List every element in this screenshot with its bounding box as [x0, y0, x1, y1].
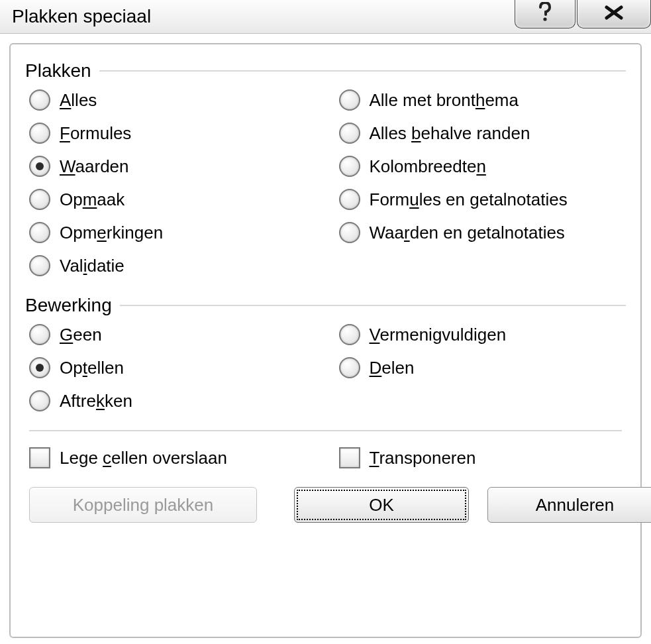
group-header-plakken: Plakken: [25, 60, 626, 81]
help-icon: [537, 2, 553, 23]
radio-validatie[interactable]: Validatie: [29, 255, 313, 276]
radio-form_getal[interactable]: Formules en getalnotaties: [339, 189, 623, 210]
radio-label-behalve: Alles behalve randen: [370, 123, 530, 144]
group-rule: [99, 70, 626, 72]
radio-label-validatie: Validatie: [60, 256, 125, 276]
checkbox-row: Lege cellen overslaan Transponeren: [29, 447, 622, 468]
paste-link-button: Koppeling plakken: [29, 487, 257, 523]
radio-icon: [339, 156, 360, 177]
titlebar: Plakken speciaal: [0, 0, 651, 34]
check-skip-blanks-label: Lege cellen overslaan: [60, 448, 227, 468]
radio-label-opmerkingen: Opmerkingen: [60, 223, 163, 243]
checkbox-icon: [29, 447, 50, 468]
cancel-button[interactable]: Annuleren: [487, 487, 651, 523]
radio-behalve[interactable]: Alles behalve randen: [339, 123, 623, 144]
radio-label-form_getal: Formules en getalnotaties: [370, 189, 568, 210]
radio-bronthema[interactable]: Alle met bronthema: [339, 89, 623, 111]
checkbox-icon: [339, 447, 360, 468]
radio-icon: [29, 390, 50, 411]
radio-label-optellen: Optellen: [60, 358, 124, 378]
radio-waard_getal[interactable]: Waarden en getalnotaties: [339, 222, 623, 243]
radio-icon: [29, 222, 50, 243]
ok-button[interactable]: OK: [294, 487, 469, 523]
radio-vermenigvuldigen[interactable]: Vermenigvuldigen: [339, 324, 623, 345]
radio-optellen[interactable]: Optellen: [29, 357, 313, 378]
group-header-bewerking: Bewerking: [25, 295, 626, 316]
radio-label-delen: Delen: [370, 358, 415, 378]
check-skip-blanks[interactable]: Lege cellen overslaan: [29, 447, 313, 468]
radio-label-kolombreedten: Kolombreedten: [370, 156, 486, 177]
close-icon: [604, 5, 624, 21]
radio-label-alles: Alles: [60, 90, 97, 111]
bewerking-options: GeenVermenigvuldigenOptellenDelenAftrekk…: [29, 324, 622, 411]
ok-label: OK: [369, 495, 394, 515]
radio-label-formules: Formules: [60, 123, 131, 144]
radio-icon: [29, 89, 50, 111]
radio-delen[interactable]: Delen: [339, 357, 623, 378]
radio-alles[interactable]: Alles: [29, 89, 313, 111]
radio-formules[interactable]: Formules: [29, 123, 313, 144]
radio-label-bronthema: Alle met bronthema: [370, 90, 519, 111]
window-controls: [515, 0, 651, 28]
radio-icon: [339, 357, 360, 378]
dialog-body: Plakken AllesAlle met bronthemaFormulesA…: [9, 43, 642, 638]
divider: [29, 430, 622, 431]
paste-link-label: Koppeling plakken: [73, 495, 214, 515]
radio-waarden[interactable]: Waarden: [29, 156, 313, 177]
radio-aftrekken[interactable]: Aftrekken: [29, 390, 313, 411]
plakken-options: AllesAlle met bronthemaFormulesAlles beh…: [29, 89, 622, 276]
cancel-label: Annuleren: [536, 495, 615, 515]
radio-icon: [29, 357, 50, 378]
radio-geen[interactable]: Geen: [29, 324, 313, 345]
radio-label-geen: Geen: [60, 325, 102, 345]
radio-label-vermenigvuldigen: Vermenigvuldigen: [370, 325, 507, 345]
button-row: Koppeling plakken OK Annuleren: [29, 487, 622, 523]
check-transpose-label: Transponeren: [370, 448, 476, 468]
radio-icon: [29, 189, 50, 210]
dialog-title: Plakken speciaal: [12, 6, 151, 27]
group-label-bewerking: Bewerking: [25, 295, 112, 316]
radio-icon: [339, 222, 360, 243]
radio-icon: [29, 123, 50, 144]
radio-label-aftrekken: Aftrekken: [60, 391, 132, 411]
radio-icon: [29, 156, 50, 177]
radio-icon: [339, 123, 360, 144]
radio-label-waard_getal: Waarden en getalnotaties: [370, 223, 565, 243]
check-transpose[interactable]: Transponeren: [339, 447, 623, 468]
group-label-plakken: Plakken: [25, 60, 91, 81]
radio-opmerkingen[interactable]: Opmerkingen: [29, 222, 313, 243]
radio-label-opmaak: Opmaak: [60, 189, 125, 210]
radio-icon: [29, 255, 50, 276]
close-button[interactable]: [577, 0, 651, 28]
help-button[interactable]: [515, 0, 576, 28]
group-rule: [120, 305, 626, 306]
radio-opmaak[interactable]: Opmaak: [29, 189, 313, 210]
empty-cell: [339, 255, 623, 276]
radio-kolombreedten[interactable]: Kolombreedten: [339, 156, 623, 177]
radio-icon: [339, 89, 360, 111]
radio-label-waarden: Waarden: [60, 156, 129, 177]
radio-icon: [29, 324, 50, 345]
radio-icon: [339, 324, 360, 345]
radio-icon: [339, 189, 360, 210]
empty-cell: [339, 390, 623, 411]
svg-point-0: [543, 17, 546, 21]
